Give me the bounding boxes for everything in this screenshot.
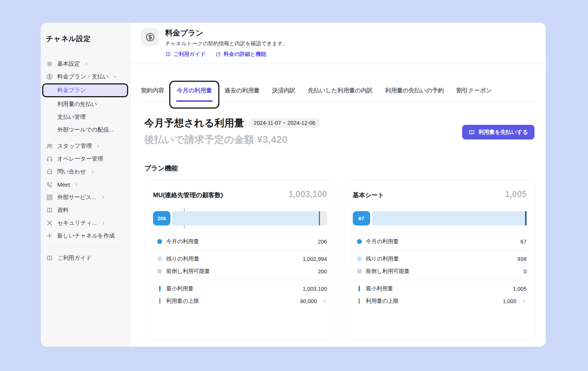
usage-row-advance: 前倒し利用可能量 0 [353,265,527,277]
page-description: チャネルトークの契約情報と内訳を確認できます。 [165,40,288,47]
grid-icon [46,194,53,201]
plan-features-section: プラン機能 MU(連絡先管理の顧客数) 1,003,100 206 [144,164,535,340]
row-label: 残りの利用量 [366,255,518,262]
current-usage-dot-icon [153,239,166,244]
tab-prepay-reservation[interactable]: 利用量の先払いの予約 [385,87,444,102]
row-value: 1,003,100 [303,286,327,292]
tab-contract[interactable]: 契約内容 [141,87,164,102]
usage-row-remaining: 残りの利用量 1,002,994 [153,253,327,265]
sidebar-item-label: セキュリティ... [57,219,97,227]
usage-fill [372,211,527,225]
prepay-usage-button[interactable]: 利用量を先払いする [462,125,534,140]
book-icon [46,207,53,214]
sidebar-item-operator-management[interactable]: オペレーター管理 [45,152,126,165]
link-label: ご利用ガイド [173,51,205,58]
pricing-details-link[interactable]: 料金の詳細と機能 [215,51,266,58]
sidebar-item-security[interactable]: セキュリティ... [45,216,126,229]
tools-icon [46,219,53,227]
row-label: 利用量の上限 [166,297,300,305]
usage-track [372,211,527,225]
sidebar-item-external-delivery[interactable]: 外部ツールでの配信... [45,123,126,136]
row-label: 最小利用量 [166,285,303,292]
chat-icon [46,168,53,175]
usage-bar: 67 [353,211,527,225]
dollar-circle-icon [141,28,159,46]
usage-row-advance: 前倒し利用可能量 200 [153,265,327,277]
remaining-usage-dot-icon [153,256,166,261]
row-divider [353,280,527,280]
sidebar-item-basic-settings[interactable]: 基本設定 [45,57,126,70]
sidebar-item-payment-management[interactable]: 支払い管理 [45,110,126,123]
sidebar-item-documents[interactable]: 資料 [45,204,126,216]
usage-row-cap[interactable]: 利用量の上限 1,000 [353,295,527,307]
subtitle-amount: ¥3,420 [257,134,288,145]
row-value: 938 [518,256,527,262]
sidebar-item-pricing-plan[interactable]: 料金プラン [42,83,128,97]
chevron-right-icon[interactable] [521,299,527,304]
sidebar-item-external-services[interactable]: 外部サービス... [45,191,126,204]
row-value: 206 [318,239,327,245]
row-label: 前倒し利用可能量 [366,268,524,275]
row-value: 67 [521,239,527,245]
chevron-right-icon [101,221,106,225]
card-total: 1,003,100 [288,189,327,199]
row-value: 1,005 [513,286,527,292]
usage-badge: 206 [153,211,170,225]
sidebar-item-label: スタッフ管理 [57,143,92,150]
headset-icon [46,155,53,163]
chevron-down-icon [113,74,118,79]
tab-prepaid-usage-breakdown[interactable]: 先払いした利用量の内訳 [308,87,373,102]
tab-discount-coupon[interactable]: 割引クーポン [456,87,492,102]
min-usage-marker [319,211,320,225]
card-title: MU(連絡先管理の顧客数) [153,191,223,199]
row-label: 利用量の上限 [366,297,503,305]
chevron-right-icon [96,144,101,149]
usage-row-current: 今月の利用量 206 [153,235,327,248]
sidebar-item-user-guide[interactable]: ご利用ガイド [45,251,126,264]
sidebar-item-label: 外部サービス... [57,194,96,201]
usage-card-seats: 基本シート 1,005 67 今月の利用量 [344,179,536,340]
usage-row-cap[interactable]: 利用量の上限 80,000 [153,295,327,307]
sidebar-item-staff-management[interactable]: スタッフ管理 [45,140,126,152]
chevron-right-icon [101,195,106,200]
sidebar-item-usage-prepay[interactable]: 利用量の先払い [45,98,126,110]
annotation-ring [169,81,219,109]
billing-period-badge: 2024-11-07 ~ 2024-12-06 [249,118,320,128]
usage-row-current: 今月の利用量 67 [353,235,527,248]
row-label: 今月の利用量 [166,238,318,245]
row-divider [153,250,327,250]
sidebar-item-inquiries[interactable]: 問い合わせ [45,165,126,178]
usage-row-remaining: 残りの利用量 938 [353,253,527,265]
row-label: 今月の利用量 [366,238,521,245]
link-label: 料金の詳細と機能 [224,51,266,58]
user-guide-link[interactable]: ご利用ガイド [165,51,205,58]
plan-features-title: プラン機能 [144,164,535,173]
usage-badge: 67 [353,211,370,225]
sidebar-item-meet[interactable]: Meet [45,178,126,191]
page-header: 料金プラン チャネルトークの契約情報と内訳を確認できます。 ご利用ガイド 料金の… [130,23,546,64]
usage-card-mu: MU(連絡先管理の顧客数) 1,003,100 206 [144,179,336,340]
usage-overview-section: 今月予想される利用量 2024-11-07 ~ 2024-12-06 後払いで請… [144,117,535,146]
card-total: 1,005 [505,189,527,199]
active-tab-underline [176,100,213,102]
app-window: チャネル設定 基本設定 料金プラン・支払い 料金プラン 利用量の先払い 支払い管… [41,23,546,347]
section-title: 今月予想される利用量 [144,117,244,130]
sidebar-item-label: Meet [57,181,70,188]
external-link-icon [215,51,221,57]
sidebar-item-plan-payment[interactable]: 料金プラン・支払い [45,70,126,83]
remaining-usage-dot-icon [353,256,366,261]
usage-row-minimum: 最小利用量 1,003,100 [153,282,327,295]
tab-past-usage[interactable]: 過去の利用量 [224,87,259,102]
sidebar-item-label: 資料 [57,207,69,214]
sidebar-item-create-channel[interactable]: 新しいチャネルを作成 [45,229,126,242]
tab-current-usage[interactable]: 今月の利用量 [177,87,212,102]
sidebar-item-label: 新しいチャネルを作成 [57,232,115,239]
usage-bar: 206 [153,211,327,225]
book-icon [46,254,53,262]
chevron-right-icon[interactable] [322,299,327,304]
min-usage-bar-icon [353,286,366,291]
ticket-icon [469,129,475,135]
row-divider [353,250,527,250]
row-label: 前倒し利用可能量 [166,268,318,275]
tab-payment-breakdown[interactable]: 決済内訳 [272,87,296,102]
